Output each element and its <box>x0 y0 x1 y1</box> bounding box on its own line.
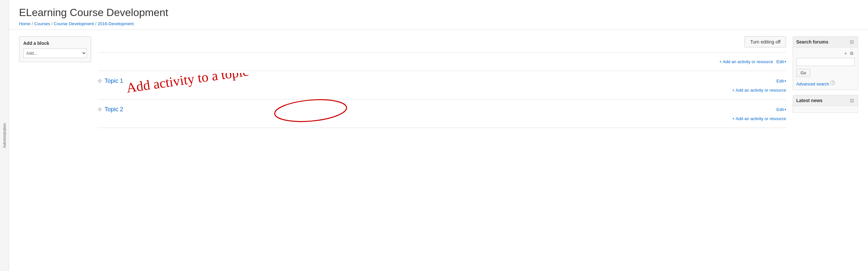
search-forums-input[interactable] <box>796 58 855 66</box>
section-topic2: ✣ Topic 2 Edit ▾ + Add an activity or re… <box>98 99 786 128</box>
topic1-title-link[interactable]: Topic 1 <box>104 77 123 84</box>
admin-sidebar-label: Administration <box>2 123 7 135</box>
search-forums-add-btn[interactable]: + <box>844 51 848 56</box>
advanced-search-help-icon[interactable]: ? <box>830 80 835 85</box>
topic2-move-handle[interactable]: ✣ <box>98 106 102 112</box>
topic1-activity-row: + Add an activity or resource <box>98 86 786 94</box>
intro-activity-row: + Add an activity or resource Edit ▾ <box>98 58 786 66</box>
search-forums-settings-btn[interactable]: ⚙ <box>849 51 855 56</box>
topic1-move-handle[interactable]: ✣ <box>98 78 102 84</box>
search-forums-icons: ⊡ <box>849 39 855 44</box>
breadcrumb-home[interactable]: Home <box>19 21 30 26</box>
latest-news-collapse-btn[interactable]: ⊡ <box>849 98 855 103</box>
topic2-header-row: ✣ Topic 2 Edit ▾ <box>98 104 786 114</box>
breadcrumb-current[interactable]: 2016-Development <box>98 21 134 26</box>
main-content: Turn editing off + Add an activity or re… <box>98 36 786 128</box>
page-header: ELearning Course Development Home / Cour… <box>9 0 868 30</box>
latest-news-header: Latest news ⊡ <box>793 95 858 106</box>
search-forums-title: Search forums <box>796 39 828 44</box>
top-actions: Turn editing off <box>98 36 786 47</box>
section-intro: + Add an activity or resource Edit ▾ <box>98 53 786 71</box>
topic1-edit-link[interactable]: Edit ▾ <box>777 78 786 83</box>
topic1-add-activity-link[interactable]: + Add an activity or resource <box>732 88 786 93</box>
latest-news-icons: ⊡ <box>849 98 855 103</box>
search-forums-collapse-btn[interactable]: ⊡ <box>849 39 855 44</box>
breadcrumb-sep-1: / <box>32 21 33 26</box>
add-block-select[interactable]: Add... <box>23 48 87 58</box>
admin-sidebar[interactable]: Administration <box>0 0 9 135</box>
add-block-box: Add a block Add... <box>19 36 91 62</box>
intro-add-activity-link[interactable]: + Add an activity or resource <box>719 59 773 64</box>
right-sidebar: Search forums ⊡ + ⚙ Go Advanced search ? <box>793 36 858 128</box>
search-forums-body: + ⚙ Go Advanced search ? <box>793 47 858 90</box>
advanced-search-link[interactable]: Advanced search <box>796 81 829 87</box>
search-forums-header: Search forums ⊡ <box>793 37 858 47</box>
breadcrumb-courses[interactable]: Courses <box>34 21 50 26</box>
search-forums-block: Search forums ⊡ + ⚙ Go Advanced search ? <box>793 36 858 90</box>
search-forums-go-button[interactable]: Go <box>796 69 810 77</box>
intro-edit-link[interactable]: Edit ▾ <box>777 59 786 64</box>
latest-news-block: Latest news ⊡ <box>793 95 858 113</box>
topic2-edit-link[interactable]: Edit ▾ <box>777 107 786 112</box>
turn-editing-off-button[interactable]: Turn editing off <box>744 36 786 47</box>
topic1-header-row: ✣ Topic 1 Edit ▾ <box>98 76 786 86</box>
topic1-right-actions: Edit ▾ <box>777 78 786 83</box>
left-sidebar: Add a block Add... <box>19 36 91 128</box>
breadcrumb-course-dev[interactable]: Course Development <box>54 21 94 26</box>
breadcrumb-sep-3: / <box>95 21 96 26</box>
topic2-label-area: ✣ Topic 2 <box>98 106 123 113</box>
topic2-add-activity-link[interactable]: + Add an activity or resource <box>732 116 786 121</box>
topic2-right-actions: Edit ▾ <box>777 107 786 112</box>
latest-news-title: Latest news <box>796 98 823 103</box>
breadcrumb-sep-2: / <box>52 21 53 26</box>
topic2-activity-row: + Add an activity or resource <box>98 114 786 123</box>
breadcrumb: Home / Courses / Course Development / 20… <box>19 21 858 26</box>
intro-edit-caret: ▾ <box>784 60 786 64</box>
section-topic1: ✣ Topic 1 Edit ▾ Add activity to a topic… <box>98 71 786 99</box>
topic1-edit-caret: ▾ <box>784 79 786 83</box>
page-title: ELearning Course Development <box>19 6 858 19</box>
add-block-title: Add a block <box>23 41 87 46</box>
topic2-edit-caret: ▾ <box>784 108 786 111</box>
topic2-title-link[interactable]: Topic 2 <box>104 106 123 113</box>
main-wrapper: ELearning Course Development Home / Cour… <box>9 0 868 135</box>
content-area: Add a block Add... Turn editing off + Ad… <box>9 30 868 135</box>
latest-news-body <box>793 106 858 112</box>
topic1-label-area: ✣ Topic 1 <box>98 77 123 84</box>
